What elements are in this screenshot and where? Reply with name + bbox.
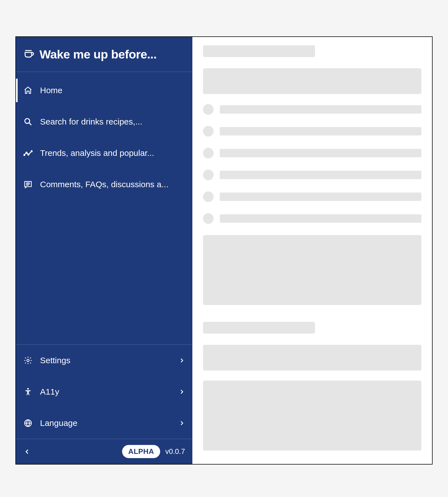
chevron-right-icon (178, 420, 185, 426)
sidebar-item-trends[interactable]: Trends, analysis and popular... (16, 137, 192, 169)
skeleton-header (203, 345, 421, 371)
skeleton-list-item (203, 104, 421, 115)
sidebar-item-label: A11y (40, 387, 171, 397)
skeleton-line (220, 149, 421, 157)
globe-icon (23, 418, 33, 428)
sidebar-item-a11y[interactable]: A11y (16, 376, 192, 407)
chevron-right-icon (178, 388, 185, 395)
skeleton-list-item (203, 148, 421, 158)
release-badge: ALPHA (122, 445, 160, 458)
skeleton-header (203, 68, 421, 94)
coffee-icon (23, 49, 34, 60)
gear-icon (23, 356, 33, 365)
sidebar-item-search[interactable]: Search for drinks recipes,... (16, 106, 192, 137)
svg-point-1 (25, 119, 30, 123)
skeleton-list (203, 104, 421, 224)
skeleton-line (220, 105, 421, 114)
skeleton-avatar (203, 191, 214, 202)
svg-point-5 (28, 154, 29, 155)
sidebar-item-comments[interactable]: Comments, FAQs, discussions a... (16, 169, 192, 200)
skeleton-list-item (203, 191, 421, 202)
svg-point-3 (24, 154, 25, 156)
trends-icon (23, 148, 33, 158)
svg-line-2 (29, 123, 31, 125)
sidebar-header: Wake me up before... (16, 37, 192, 72)
skeleton-list-item (203, 126, 421, 137)
svg-point-11 (27, 359, 29, 362)
svg-point-6 (31, 151, 32, 152)
skeleton-block (203, 235, 421, 305)
sidebar-item-label: Search for drinks recipes,... (40, 117, 185, 126)
app-container: Wake me up before... Home (15, 36, 433, 465)
skeleton-line (220, 193, 421, 201)
sidebar-item-settings[interactable]: Settings (16, 345, 192, 376)
skeleton-avatar (203, 126, 214, 137)
sidebar-item-label: Home (40, 86, 185, 95)
skeleton-line (220, 171, 421, 179)
home-icon (23, 86, 33, 95)
skeleton-avatar (203, 213, 214, 224)
sidebar-item-home[interactable]: Home (16, 75, 192, 106)
nav-primary: Home Search for drinks recipes,... (16, 72, 192, 344)
accessibility-icon (23, 387, 33, 397)
skeleton-avatar (203, 104, 214, 115)
skeleton-list-item (203, 213, 421, 224)
sidebar-item-label: Comments, FAQs, discussions a... (40, 180, 185, 189)
search-icon (23, 117, 33, 126)
sidebar-item-language[interactable]: Language (16, 407, 192, 439)
svg-point-12 (27, 388, 29, 390)
sidebar-item-label: Trends, analysis and popular... (40, 148, 185, 158)
skeleton-list-item (203, 170, 421, 180)
skeleton-line (220, 127, 421, 135)
comments-icon (23, 180, 33, 189)
sidebar-item-label: Language (40, 418, 171, 428)
skeleton-title (203, 45, 315, 57)
collapse-button[interactable] (23, 448, 31, 456)
skeleton-avatar (203, 170, 214, 180)
sidebar: Wake me up before... Home (16, 37, 192, 464)
chevron-right-icon (178, 357, 185, 364)
sidebar-item-label: Settings (40, 356, 171, 365)
skeleton-line (220, 214, 421, 223)
sidebar-footer: ALPHA v0.0.7 (16, 439, 192, 464)
skeleton-avatar (203, 148, 214, 158)
version-label: v0.0.7 (165, 447, 185, 456)
app-title: Wake me up before... (39, 48, 157, 61)
content-area (192, 37, 432, 464)
skeleton-title (203, 322, 315, 334)
nav-secondary: Settings A11y (16, 344, 192, 439)
skeleton-block (203, 381, 421, 451)
svg-point-4 (26, 152, 27, 153)
